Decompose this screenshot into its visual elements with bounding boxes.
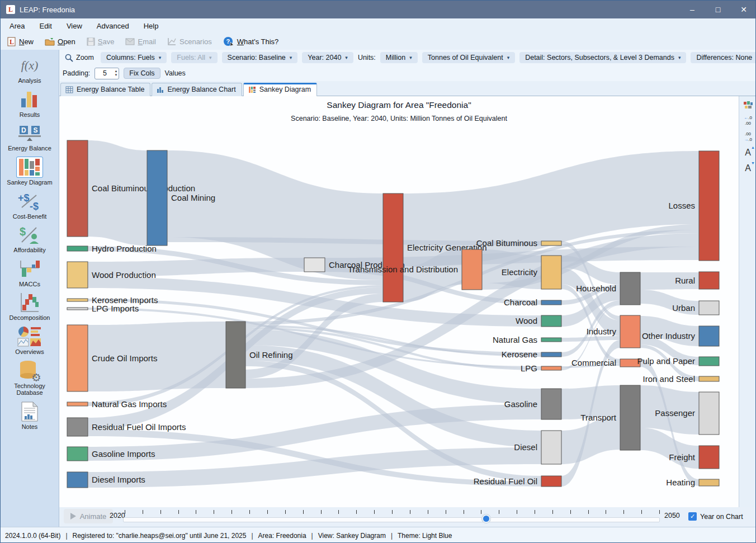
whats-this-button[interactable]: ? What's This? (223, 36, 279, 46)
units-dropdown[interactable]: Tonnes of Oil Equivalent▾ (422, 52, 515, 63)
pulp-and-paper-node[interactable] (699, 357, 719, 366)
tab-energy-balance-chart[interactable]: Energy Balance Chart (152, 83, 242, 96)
year-on-chart-checkbox[interactable]: ✓ (688, 512, 697, 521)
year-dropdown[interactable]: Year: 2040▾ (302, 52, 353, 63)
gasoline-node[interactable] (541, 389, 561, 419)
residual-fuel-oil-imports-node[interactable] (67, 418, 88, 436)
crude-oil-imports-node[interactable] (67, 325, 88, 391)
tab-energy-balance-table[interactable]: Energy Balance Table (60, 83, 150, 96)
freight-node[interactable] (699, 446, 719, 469)
zoom-button[interactable]: Zoom (63, 52, 96, 64)
fuels-dropdown[interactable]: Fuels: All▾ (171, 52, 217, 63)
differences-dropdown[interactable]: Differences: None▾ (691, 52, 756, 63)
kerosene-imports-label: Kerosene Imports (92, 295, 158, 305)
diesel-imports-node[interactable] (67, 472, 88, 488)
wood-production-node[interactable] (67, 262, 88, 288)
increase-decimals-icon[interactable]: .00 →.0 (744, 131, 752, 142)
urban-label: Urban (672, 303, 695, 313)
iron-and-steel-node[interactable] (699, 376, 719, 381)
sidebar-item-overviews[interactable]: Overviews (2, 327, 58, 356)
kerosene-imports-node[interactable] (67, 299, 88, 301)
sidebar-item-results[interactable]: Results (2, 89, 58, 119)
lpg-node[interactable] (541, 366, 561, 370)
minimize-button[interactable]: – (679, 1, 705, 18)
lpg-label: LPG (521, 363, 537, 373)
residual-fuel-oil-node[interactable] (541, 476, 561, 487)
slider-tick (178, 510, 179, 514)
maximize-button[interactable]: □ (705, 1, 731, 18)
font-increase-icon[interactable]: A▲ (745, 148, 751, 158)
urban-node[interactable] (699, 301, 719, 315)
sidebar-item-energy-balance[interactable]: DS Energy Balance (2, 123, 58, 152)
play-icon (70, 513, 76, 520)
electricity-node[interactable] (541, 256, 561, 289)
decrease-decimals-icon[interactable]: ←.0 .00 (744, 115, 752, 126)
rural-node[interactable] (699, 272, 719, 289)
sankey-link (88, 140, 147, 245)
sidebar-item-affordability[interactable]: $ Affordability (2, 225, 58, 254)
color-palette-icon[interactable] (741, 101, 755, 110)
coal-bituminous-node[interactable] (541, 241, 561, 245)
natural-gas-imports-label: Natural Gas Imports (92, 399, 167, 409)
menu-help[interactable]: Help (144, 22, 159, 30)
scenario-dropdown[interactable]: Scenario: Baseline▾ (222, 52, 298, 63)
natural-gas-imports-node[interactable] (67, 402, 88, 406)
hydro-production-node[interactable] (67, 246, 88, 251)
year-slider-track[interactable] (123, 517, 660, 522)
menu-advanced[interactable]: Advanced (97, 22, 129, 30)
fix-cols-button[interactable]: Fix Cols (124, 68, 160, 79)
new-button[interactable]: L New (7, 37, 34, 46)
year-slider-thumb[interactable] (482, 514, 490, 523)
stepper-arrows-icon[interactable]: ▲▼ (114, 69, 119, 77)
sidebar-item-notes[interactable]: Notes (2, 402, 58, 431)
coal-bituminous-production-node[interactable] (67, 140, 88, 237)
kerosene-node[interactable] (541, 352, 561, 357)
open-button[interactable]: Open (45, 37, 75, 46)
rural-label: Rural (675, 276, 695, 285)
losses-node[interactable] (699, 151, 719, 261)
animate-button[interactable]: Animate (64, 509, 113, 523)
heating-label: Heating (666, 478, 695, 487)
household-node[interactable] (620, 272, 640, 305)
industry-node[interactable] (620, 315, 640, 348)
menu-area[interactable]: Area (10, 22, 25, 30)
save-button[interactable]: Save (87, 37, 115, 46)
electricity-generation-node[interactable] (383, 193, 403, 302)
charcoal-production-node[interactable] (304, 258, 325, 272)
sidebar-item-technology-database[interactable]: ⚙ Technology Database (2, 361, 58, 396)
status-bar: 2024.1.0.0 (64-Bit) | Registered to: "ch… (1, 527, 756, 543)
gasoline-imports-label: Gasoline Imports (92, 449, 155, 459)
lpg-imports-node[interactable] (67, 308, 88, 310)
email-button[interactable]: Email (125, 37, 156, 46)
diesel-node[interactable] (541, 431, 561, 464)
detail-dropdown[interactable]: Detail: Sectors, Subsectors, & Level 3 D… (519, 52, 686, 63)
sidebar-item-decomposition[interactable]: Decomposition (2, 292, 58, 322)
units-scale-dropdown[interactable]: Million▾ (380, 52, 418, 63)
tab-sankey-diagram[interactable]: Sankey Diagram (243, 83, 317, 96)
sidebar-item-analysis[interactable]: f(x) Analysis (2, 55, 58, 84)
other-industry-node[interactable] (699, 326, 719, 346)
oil-refining-node[interactable] (226, 322, 245, 388)
columns-dropdown[interactable]: Columns: Fuels▾ (101, 52, 167, 63)
gasoline-imports-node[interactable] (67, 447, 88, 461)
font-decrease-icon[interactable]: A▼ (745, 163, 751, 173)
transmission-and-distribution-node[interactable] (462, 249, 482, 290)
heating-node[interactable] (699, 479, 719, 486)
natural-gas-label: Natural Gas (493, 335, 537, 344)
menu-edit[interactable]: Edit (39, 22, 51, 30)
sidebar-item-cost-benefit[interactable]: +$-$ Cost-Benefit (2, 191, 58, 220)
slider-tick (356, 510, 357, 514)
values-button[interactable]: Values (165, 69, 186, 77)
padding-stepper[interactable]: 5 ▲▼ (94, 68, 119, 79)
menu-view[interactable]: View (67, 22, 82, 30)
close-button[interactable]: ✕ (731, 1, 756, 18)
sidebar-item-sankey-diagram[interactable]: Sankey Diagram (2, 157, 58, 186)
natural-gas-node[interactable] (541, 338, 561, 342)
passenger-node[interactable] (699, 392, 719, 435)
coal-mining-node[interactable] (147, 150, 167, 245)
scenarios-button[interactable]: Scenarios (167, 37, 212, 46)
wood-node[interactable] (541, 315, 561, 327)
transport-node[interactable] (620, 385, 640, 450)
sidebar-item-maccs[interactable]: MACCs (2, 259, 58, 288)
charcoal-node[interactable] (541, 300, 561, 305)
